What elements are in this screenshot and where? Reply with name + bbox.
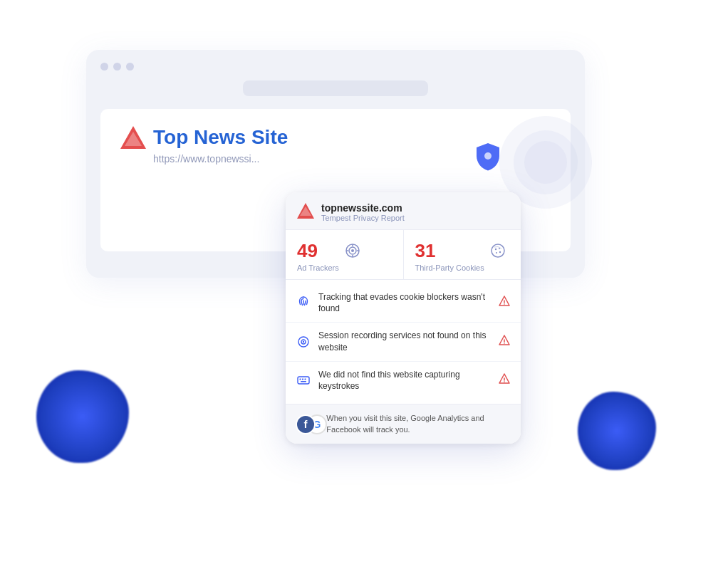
stats-row: 49 Ad Trackers 31 (286, 230, 521, 280)
svg-rect-26 (302, 379, 303, 380)
blue-blob-left (36, 370, 129, 463)
svg-point-16 (499, 251, 501, 252)
svg-point-15 (496, 252, 497, 254)
info-row-keystrokes: We did not find this website capturing k… (286, 362, 521, 400)
ad-trackers-icon (345, 243, 360, 261)
info-row-fingerprint: Tracking that evades cookie blockers was… (286, 284, 521, 323)
svg-point-23 (504, 343, 505, 344)
svg-point-2 (484, 152, 492, 160)
fingerprint-text: Tracking that evades cookie blockers was… (318, 291, 491, 315)
svg-point-21 (303, 341, 304, 343)
shield-icon-browser (472, 140, 504, 174)
card-header-text: topnewssite.com Tempest Privacy Report (321, 202, 405, 222)
svg-point-14 (499, 248, 500, 249)
keystrokes-icon (296, 373, 311, 387)
cookies-label: Third-Party Cookies (415, 263, 484, 272)
browser-dot-3 (126, 63, 134, 71)
card-footer: f G When you visit this site, Google Ana… (286, 404, 521, 444)
info-row-session: Session recording services not found on … (286, 323, 521, 362)
footer-text: When you visit this site, Google Analyti… (326, 413, 511, 435)
browser-address-bar (243, 80, 428, 96)
info-rows: Tracking that evades cookie blockers was… (286, 280, 521, 404)
svg-point-7 (351, 249, 354, 252)
svg-rect-25 (300, 379, 301, 380)
keystrokes-warning-icon (498, 372, 511, 388)
cookies-number: 31 (415, 240, 484, 262)
keystrokes-text: We did not find this website capturing k… (318, 369, 491, 393)
card-subtitle: Tempest Privacy Report (321, 214, 405, 222)
ad-trackers-number: 49 (297, 240, 339, 262)
stat-ad-trackers: 49 Ad Trackers (286, 230, 404, 279)
blue-blob-right (578, 392, 656, 470)
card-domain: topnewssite.com (321, 202, 405, 214)
session-text: Session recording services not found on … (318, 330, 491, 354)
cookies-icon (490, 243, 506, 261)
session-warning-icon (498, 334, 511, 350)
stat-third-party-cookies: 31 Third-Party Cookies (404, 230, 521, 279)
tracker-avatars: f G (296, 414, 319, 434)
browser-dots (100, 63, 571, 71)
svg-point-12 (492, 244, 504, 257)
svg-rect-27 (305, 379, 306, 380)
ad-trackers-label: Ad Trackers (297, 263, 339, 272)
tempest-logo-large (120, 126, 146, 149)
scene: Top News Site https://www.topnewssi... (58, 36, 670, 534)
svg-rect-24 (298, 377, 309, 384)
browser-dot-2 (113, 63, 121, 71)
tempest-logo-small (297, 203, 314, 221)
card-header: topnewssite.com Tempest Privacy Report (286, 192, 521, 230)
site-title: Top News Site (153, 126, 288, 149)
facebook-avatar: f (296, 414, 316, 434)
browser-dot-1 (100, 63, 108, 71)
session-recording-icon (296, 335, 311, 349)
svg-point-30 (504, 382, 505, 383)
svg-point-13 (495, 248, 496, 249)
fingerprint-warning-icon (498, 295, 511, 310)
svg-point-18 (504, 303, 505, 305)
circle-bg-3 (524, 141, 567, 184)
privacy-card: topnewssite.com Tempest Privacy Report 4… (286, 192, 521, 444)
fingerprint-icon (296, 296, 311, 310)
svg-rect-28 (301, 381, 306, 382)
